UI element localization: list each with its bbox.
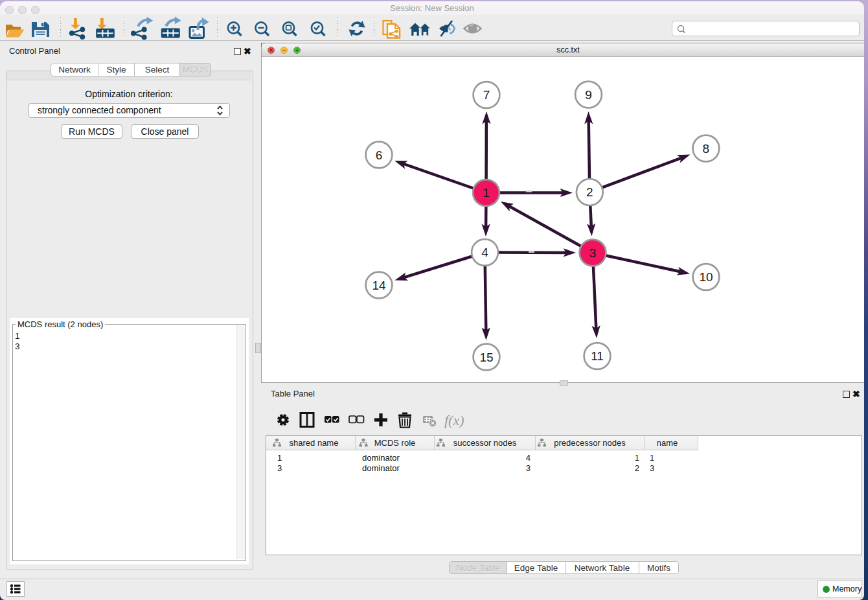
- svg-text:8: 8: [703, 142, 710, 156]
- svg-text:9: 9: [585, 88, 592, 102]
- svg-text:4: 4: [481, 246, 488, 259]
- svg-text:7: 7: [483, 88, 490, 102]
- svg-text:14: 14: [372, 279, 386, 292]
- svg-text:3: 3: [589, 246, 597, 260]
- svg-text:10: 10: [699, 270, 713, 284]
- svg-text:2: 2: [586, 185, 593, 199]
- svg-text:f(x): f(x): [444, 412, 464, 428]
- svg-text:11: 11: [591, 349, 604, 363]
- svg-text:6: 6: [376, 148, 383, 162]
- svg-text:15: 15: [479, 351, 493, 364]
- svg-text:1: 1: [483, 186, 490, 200]
